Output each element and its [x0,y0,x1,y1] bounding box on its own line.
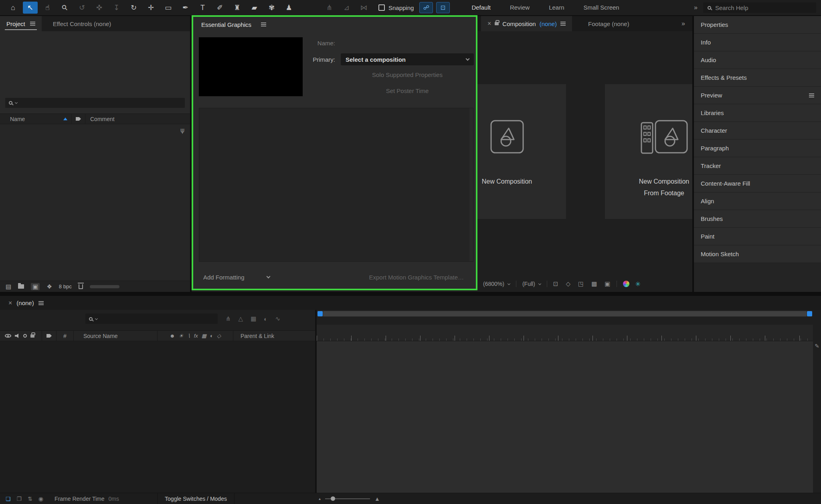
zoom-out-icon[interactable]: ▴ [319,496,321,501]
workspace-default[interactable]: Default [462,0,500,15]
dock-item-libraries[interactable]: Libraries [694,104,821,122]
brush-tool[interactable]: ✐ [212,2,227,14]
rectangle-shape-tool[interactable]: ▭ [161,2,176,14]
type-tool[interactable]: T [195,2,210,14]
clone-stamp-tool[interactable]: ♜ [230,2,245,14]
mask-visibility-icon[interactable]: ◇ [566,280,570,287]
time-navigator[interactable] [317,311,812,317]
help-search-input[interactable]: Search Help [703,2,816,13]
snap-fit-toggle[interactable]: ⊡ [436,2,450,13]
adjustments-icon[interactable]: ❖ [47,283,52,290]
tab-composition[interactable]: × Composition (none) [481,16,572,31]
eye-icon[interactable] [5,334,11,338]
column-header-label[interactable] [71,114,85,124]
close-icon[interactable]: × [487,20,491,27]
column-header-index[interactable]: # [57,333,73,339]
frame-blend-icon[interactable]: ▦ [202,333,206,339]
timeline-canvas[interactable] [317,341,813,493]
add-formatting-button[interactable]: Add Formatting [203,274,245,281]
project-search-input[interactable] [5,98,185,108]
search-scope-chevron-icon[interactable] [95,317,98,320]
dock-item-align[interactable]: Align [694,192,821,210]
color-management-icon[interactable] [623,281,629,287]
roto-brush-tool[interactable]: ✾ [264,2,279,14]
column-header-parent-link[interactable]: Parent & Link [233,333,315,339]
quality-icon[interactable]: ∖ [187,333,190,339]
workspace-learn[interactable]: Learn [539,0,574,15]
solo-icon[interactable] [23,334,27,338]
tab-overflow-chevron[interactable]: » [681,20,692,27]
column-header-label[interactable] [42,334,56,338]
dock-item-tracker[interactable]: Tracker [694,157,821,175]
effects-icon[interactable]: fx [194,333,198,339]
rotation-tool[interactable]: ↻ [126,2,141,14]
workspace-small-screen[interactable]: Small Screen [574,0,629,15]
search-scope-chevron-icon[interactable] [15,101,18,104]
expand-in-out-icon[interactable]: ⇅ [28,496,32,502]
lock-icon[interactable] [30,334,34,338]
column-header-source-name[interactable]: Source Name [74,333,157,339]
properties-list-area[interactable] [199,108,473,262]
panel-menu-icon[interactable] [38,303,44,304]
graph-editor-icon[interactable]: ∿ [275,315,280,322]
dock-item-properties[interactable]: Properties [694,16,821,34]
dock-item-info[interactable]: Info [694,34,821,51]
new-composition-from-footage-card[interactable]: New Composition From Footage [605,84,692,219]
column-header-name[interactable]: Name [0,114,71,124]
pan-camera-tool[interactable]: ✜ [92,2,107,14]
horizontal-scrollbar[interactable] [90,285,119,288]
vertical-scrollbar[interactable]: ✎ [813,310,821,493]
audio-icon[interactable] [15,334,20,338]
dock-item-character[interactable]: Character [694,122,821,140]
timeline-zoom-slider[interactable] [325,498,370,499]
chevron-down-icon[interactable] [266,274,270,278]
mask-feather-tool[interactable]: ⊿ [339,2,354,14]
workspace-overflow-chevron[interactable]: » [688,4,703,11]
panel-menu-icon[interactable] [809,95,814,96]
project-items-area[interactable]: ⋔ [0,124,190,281]
snap-to-edges-toggle[interactable]: ☍ [419,2,433,13]
pen-tool[interactable]: ✒ [178,2,193,14]
resolution-select[interactable]: (Full) [522,281,541,287]
panel-menu-icon[interactable] [261,24,266,25]
work-area-start-handle[interactable] [317,311,323,316]
dock-item-audio[interactable]: Audio [694,51,821,69]
rotobezier-tool[interactable]: ⋈ [356,2,371,14]
project-flowchart-icon[interactable]: ⋔ [180,127,185,135]
column-header-comment[interactable]: Comment [85,116,115,122]
dolly-camera-tool[interactable]: ↧ [109,2,124,14]
time-ruler[interactable] [317,325,813,341]
transparency-grid-icon[interactable]: ▩ [591,280,597,287]
view-layout-icon[interactable]: ▣ [605,280,610,287]
zoom-tool[interactable]: ⚲ [55,0,74,17]
interpret-footage-icon[interactable]: ▤ [6,283,11,290]
expand-transfer-controls-icon[interactable]: ❐ [17,496,22,502]
fast-previews-icon[interactable]: ✳ [635,280,641,288]
layer-list-area[interactable] [0,341,315,493]
motion-blur-icon[interactable]: ◐ [210,333,213,339]
tab-effect-controls[interactable]: Effect Controls (none) [42,20,123,27]
dock-item-effects-presets[interactable]: Effects & Presets [694,69,821,87]
expand-layer-switches-icon[interactable]: ❏ [6,496,11,502]
convert-vertex-tool[interactable]: ⋔ [322,2,337,14]
home-tool[interactable]: ⌂ [6,2,20,14]
eraser-tool[interactable]: ▰ [247,2,262,14]
close-icon[interactable]: × [8,300,12,307]
tab-footage[interactable]: Footage (none) [588,20,629,27]
render-time-pane-icon[interactable]: ◉ [38,496,43,502]
delete-icon[interactable] [79,284,83,289]
region-of-interest-icon[interactable]: ◳ [578,280,584,287]
motion-blur-icon[interactable]: ◐ [264,316,267,322]
new-composition-icon[interactable]: ▣ [31,283,40,290]
puppet-pin-tool[interactable]: ♟ [281,2,296,14]
selection-tool[interactable]: ↖ [23,2,38,14]
dock-item-motion-sketch[interactable]: Motion Sketch [694,245,821,263]
magnification-select[interactable]: (6800%) [483,281,510,287]
orbit-camera-tool[interactable]: ↺ [75,2,89,14]
toggle-switches-modes-button[interactable]: Toggle Switches / Modes [157,493,235,504]
dock-item-preview[interactable]: Preview [694,87,821,104]
snapping-checkbox[interactable] [378,4,385,11]
zoom-knob[interactable] [331,496,335,501]
dock-item-brushes[interactable]: Brushes [694,210,821,228]
workspace-review[interactable]: Review [500,0,539,15]
